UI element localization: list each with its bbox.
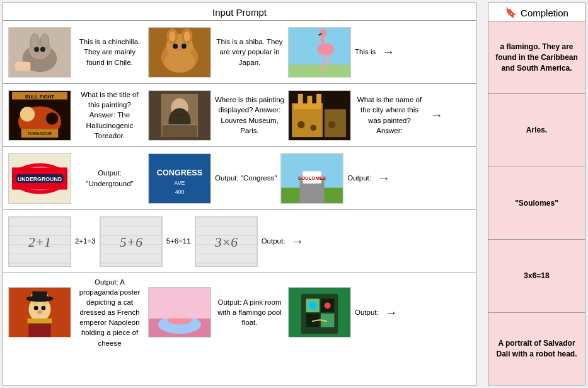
svg-point-93 (34, 306, 38, 310)
svg-rect-49 (308, 95, 313, 106)
svg-rect-40 (163, 124, 197, 137)
image-flamingo (288, 27, 351, 78)
image-napoleon cat (8, 287, 71, 338)
svg-point-53 (328, 121, 336, 128)
arrow-icon: → (291, 234, 304, 249)
prompt-row-1: This is a chinchilla. They are mainly fo… (3, 21, 476, 84)
image-shiba (148, 27, 211, 78)
svg-text:BULL FIGHT: BULL FIGHT (25, 93, 54, 99)
image-2+1: 2+1 (8, 216, 71, 267)
svg-rect-48 (298, 93, 303, 106)
image-congress: CONGRESS AVE 400 (148, 153, 211, 204)
svg-text:3×6: 3×6 (214, 234, 238, 249)
svg-point-113 (325, 303, 331, 309)
prompt-row-5: Output: A propaganda poster depicting a … (3, 273, 476, 352)
rows-container: This is a chinchilla. They are mainly fo… (3, 21, 476, 385)
text-cell-4-3: 5+6=11 (166, 236, 191, 246)
svg-point-23 (320, 28, 327, 36)
completion-rows: a flamingo. They are found in the Caribb… (488, 21, 585, 385)
completion-panel: 🔖 Completion a flamingo. They are found … (488, 3, 585, 385)
text-cell-4-1: 2+1=3 (75, 236, 96, 246)
svg-line-27 (323, 69, 323, 73)
text-cell-1-3: This is a shiba. They are very popular i… (215, 37, 284, 67)
text-cell-2-5: What is the name of the city where this … (355, 95, 424, 135)
text-cell-2-1: What is the title of this painting? Answ… (75, 90, 144, 140)
svg-rect-8 (15, 61, 30, 71)
completion-text-1: a flamingo. They are found in the Caribb… (493, 42, 580, 73)
svg-point-32 (20, 107, 35, 121)
svg-text:AVE: AVE (175, 179, 185, 185)
completion-text-3: "Soulomes" (515, 198, 558, 209)
arrow-icon: → (382, 45, 395, 59)
svg-point-112 (309, 302, 316, 310)
completion-cell-1: a flamingo. They are found in the Caribb… (488, 21, 585, 94)
prompt-row-3: UNDERGROUND Output: "Underground" CONGRE… (3, 147, 476, 210)
completion-cell-3: "Soulomes" (488, 167, 585, 240)
svg-point-6 (40, 47, 45, 52)
completion-text-2: Arles. (526, 125, 547, 136)
image-5+6: 5+6 (100, 216, 163, 267)
text-cell-4-5: Output: (262, 236, 285, 246)
svg-rect-21 (289, 64, 350, 77)
image-mona lisa (148, 90, 211, 141)
completion-header: 🔖 Completion (488, 3, 585, 21)
svg-rect-99 (32, 291, 47, 300)
arrow-icon: → (385, 305, 398, 320)
prompt-row-2: BULL FIGHT TOREADOR What is the title of… (3, 84, 476, 147)
image-pink room (148, 287, 211, 338)
svg-point-19 (164, 50, 195, 73)
completion-icon: 🔖 (505, 7, 517, 18)
input-header: Input Prompt (3, 3, 476, 21)
image-underground: UNDERGROUND (8, 153, 71, 204)
completion-cell-2: Arles. (488, 94, 585, 167)
text-cell-3-3: Output: "Congress" (215, 173, 277, 183)
image-hallucinogenic: BULL FIGHT TOREADOR (8, 90, 71, 141)
image-dali (288, 287, 351, 338)
svg-point-3 (30, 33, 39, 48)
arrow-icon: → (378, 171, 390, 185)
completion-cell-4: 3x6=18 (488, 240, 585, 312)
input-title: Input Prompt (212, 7, 267, 18)
image-3x6: 3×6 (195, 216, 258, 267)
svg-rect-46 (325, 109, 346, 137)
svg-point-51 (297, 121, 305, 128)
svg-point-17 (182, 44, 187, 49)
svg-point-15 (184, 31, 190, 41)
image-chinchilla (8, 27, 71, 78)
svg-text:400: 400 (175, 189, 185, 195)
svg-point-95 (37, 310, 42, 314)
completion-text-5: A portrait of Salvador Dali with a robot… (493, 338, 580, 360)
image-cafe terrace (288, 90, 351, 141)
svg-point-7 (37, 52, 42, 56)
svg-rect-59 (149, 154, 210, 203)
text-cell-5-5: Output: (355, 307, 379, 317)
svg-text:5+6: 5+6 (120, 234, 142, 249)
panel-gap (476, 3, 488, 385)
svg-rect-105 (149, 288, 210, 319)
text-cell-5-1: Output: A propaganda poster depicting a … (75, 277, 144, 348)
svg-point-22 (317, 43, 334, 56)
input-panel: Input Prompt This is a chinchilla. They … (3, 3, 476, 385)
text-cell-1-5: This is (355, 47, 376, 57)
text-cell-3-1: Output: "Underground" (75, 168, 144, 188)
completion-cell-5: A portrait of Salvador Dali with a robot… (488, 313, 585, 385)
svg-text:TOREADOR: TOREADOR (28, 131, 52, 136)
arrow-icon: → (430, 108, 443, 122)
svg-point-33 (46, 112, 59, 125)
svg-rect-97 (28, 319, 52, 324)
svg-point-52 (310, 124, 316, 131)
prompt-row-4: 2+1 2+1=3 5+6 5+6=11 3×6 Output:→ (3, 210, 476, 273)
completion-text-4: 3x6=18 (524, 271, 549, 281)
text-cell-3-5: Output: (347, 173, 371, 183)
text-cell-1-1: This is a chinchilla. They are mainly fo… (75, 37, 144, 67)
svg-point-4 (40, 33, 49, 48)
text-cell-5-3: Output: A pink room with a flamingo pool… (215, 297, 284, 327)
image-soulomes: SOULOMES (280, 153, 343, 204)
svg-text:CONGRESS: CONGRESS (157, 168, 202, 177)
svg-text:2+1: 2+1 (28, 234, 51, 249)
svg-text:UNDERGROUND: UNDERGROUND (18, 175, 62, 182)
text-cell-2-3: Where is this painting displayed? Answer… (215, 95, 284, 135)
completion-title: Completion (521, 8, 568, 18)
svg-rect-50 (316, 93, 321, 106)
svg-point-94 (41, 306, 45, 310)
